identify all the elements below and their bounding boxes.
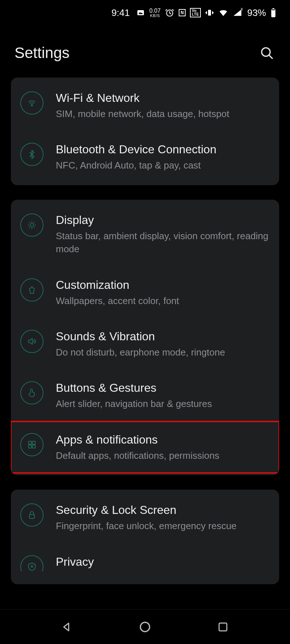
row-title: Buttons & Gestures (56, 381, 270, 395)
settings-row-privacy[interactable]: Privacy (11, 544, 279, 582)
settings-row-apps[interactable]: Apps & notifications Default apps, notif… (11, 421, 279, 473)
row-title: Customization (56, 278, 270, 292)
page-title: Settings (14, 44, 70, 62)
alarm-icon (165, 8, 174, 17)
row-title: Security & Lock Screen (56, 503, 270, 517)
app-header: Settings (0, 25, 290, 78)
home-icon (138, 620, 152, 634)
signal-icon: x (233, 8, 242, 17)
row-title: Sounds & Vibration (56, 329, 270, 344)
svg-line-8 (269, 55, 272, 58)
svg-rect-0 (137, 10, 144, 15)
navigation-bar (0, 609, 290, 644)
sounds-icon (20, 330, 44, 353)
buttons-icon (20, 381, 44, 404)
nfc-icon: N (179, 9, 186, 16)
back-icon (61, 620, 74, 633)
row-subtitle: SIM, mobile network, data usage, hotspot (56, 107, 270, 120)
svg-rect-5 (273, 8, 274, 9)
svg-point-9 (31, 105, 33, 106)
settings-group: Security & Lock Screen Fingerprint, face… (11, 490, 279, 584)
screenshot-icon (136, 8, 145, 17)
svg-rect-18 (219, 623, 227, 631)
volte-icon: VoLTE (190, 8, 201, 17)
wifi-status-icon (218, 8, 228, 18)
nav-recents-button[interactable] (212, 616, 234, 638)
nav-back-button[interactable] (56, 616, 78, 638)
net-speed: 0.07 KB/S (149, 8, 161, 18)
svg-rect-6 (272, 9, 275, 10)
settings-row-display[interactable]: Display Status bar, ambient display, vis… (11, 202, 279, 267)
svg-point-17 (140, 622, 149, 631)
svg-rect-14 (32, 445, 35, 448)
vibrate-icon (205, 8, 214, 17)
row-subtitle: Status bar, ambient display, vision comf… (56, 229, 270, 256)
row-title: Bluetooth & Device Connection (56, 142, 270, 157)
settings-row-bluetooth[interactable]: Bluetooth & Device Connection NFC, Andro… (11, 131, 279, 183)
row-subtitle: Fingerprint, face unlock, emergency resc… (56, 519, 270, 532)
fade-overlay (11, 598, 279, 609)
row-title: Wi-Fi & Network (56, 91, 270, 105)
settings-row-sounds[interactable]: Sounds & Vibration Do not disturb, earph… (11, 318, 279, 370)
settings-row-wifi[interactable]: Wi-Fi & Network SIM, mobile network, dat… (11, 80, 279, 131)
row-subtitle: Default apps, notifications, permissions (56, 449, 270, 462)
search-button[interactable] (258, 44, 276, 62)
row-subtitle: Alert slider, navigation bar & gestures (56, 397, 270, 410)
svg-rect-3 (208, 10, 211, 16)
settings-row-buttons[interactable]: Buttons & Gestures Alert slider, navigat… (11, 370, 279, 421)
row-title: Apps & notifications (56, 432, 270, 447)
settings-list: Wi-Fi & Network SIM, mobile network, dat… (0, 78, 290, 584)
row-subtitle: Wallpapers, accent color, font (56, 294, 270, 307)
svg-point-10 (30, 223, 33, 227)
apps-icon (20, 433, 44, 456)
wifi-icon (20, 91, 44, 115)
customization-icon (20, 278, 44, 302)
svg-point-16 (31, 565, 33, 567)
row-subtitle: Do not disturb, earphone mode, ringtone (56, 346, 270, 359)
settings-group: Wi-Fi & Network SIM, mobile network, dat… (11, 78, 279, 185)
security-icon (20, 503, 44, 527)
search-icon (260, 46, 274, 60)
battery-icon (270, 8, 276, 18)
svg-rect-15 (29, 515, 34, 519)
row-title: Privacy (56, 554, 270, 569)
settings-row-customization[interactable]: Customization Wallpapers, accent color, … (11, 267, 279, 318)
status-bar: 9:41 0.07 KB/S N VoLTE x 93% (0, 0, 290, 25)
svg-rect-11 (29, 441, 32, 444)
privacy-icon (20, 555, 44, 578)
settings-row-security[interactable]: Security & Lock Screen Fingerprint, face… (11, 492, 279, 543)
recents-icon (217, 621, 229, 633)
row-title: Display (56, 213, 270, 227)
display-icon (20, 213, 44, 237)
settings-group: Display Status bar, ambient display, vis… (11, 200, 279, 475)
svg-rect-12 (32, 441, 35, 444)
svg-rect-13 (29, 445, 32, 448)
nav-home-button[interactable] (134, 616, 156, 638)
status-time: 9:41 (111, 7, 130, 18)
bluetooth-icon (20, 143, 44, 166)
row-subtitle: NFC, Android Auto, tap & pay, cast (56, 159, 270, 172)
battery-percent: 93% (247, 7, 266, 18)
